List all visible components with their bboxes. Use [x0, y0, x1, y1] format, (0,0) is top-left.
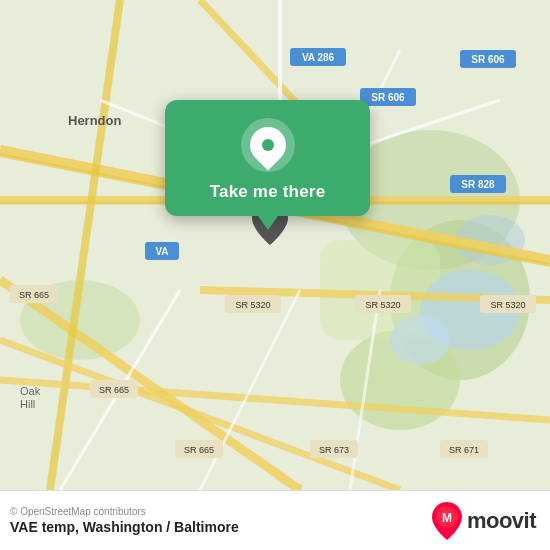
svg-text:VA 286: VA 286: [302, 52, 335, 63]
svg-text:SR 671: SR 671: [449, 445, 479, 455]
svg-text:SR 673: SR 673: [319, 445, 349, 455]
map-container: VA 286 SR 606 SR 606 SR 828 VA SR 665 SR…: [0, 0, 550, 490]
map-background: VA 286 SR 606 SR 606 SR 828 VA SR 665 SR…: [0, 0, 550, 490]
bottom-left-info: © OpenStreetMap contributors VAE temp, W…: [10, 506, 239, 535]
svg-text:Hill: Hill: [20, 398, 35, 410]
osm-attribution: © OpenStreetMap contributors: [10, 506, 239, 517]
svg-text:VA: VA: [155, 246, 168, 257]
pin-dot: [262, 139, 274, 151]
svg-text:SR 606: SR 606: [471, 54, 505, 65]
moovit-brand-text: moovit: [467, 508, 536, 534]
location-pin-icon: [242, 120, 293, 171]
svg-text:SR 665: SR 665: [19, 290, 49, 300]
svg-text:SR 665: SR 665: [99, 385, 129, 395]
svg-text:SR 5320: SR 5320: [235, 300, 270, 310]
svg-text:SR 5320: SR 5320: [490, 300, 525, 310]
svg-text:SR 606: SR 606: [371, 92, 405, 103]
location-title: VAE temp, Washington / Baltimore: [10, 519, 239, 535]
svg-text:Herndon: Herndon: [68, 113, 122, 128]
popup-card: Take me there: [165, 100, 370, 216]
svg-text:SR 665: SR 665: [184, 445, 214, 455]
bottom-bar: © OpenStreetMap contributors VAE temp, W…: [0, 490, 550, 550]
svg-point-7: [390, 315, 450, 365]
svg-text:SR 5320: SR 5320: [365, 300, 400, 310]
svg-text:M: M: [442, 511, 452, 525]
moovit-logo-icon: M: [432, 502, 462, 540]
pin-icon-wrapper: [241, 118, 295, 172]
svg-text:Oak: Oak: [20, 385, 41, 397]
svg-text:SR 828: SR 828: [461, 179, 495, 190]
moovit-logo: M moovit: [432, 502, 536, 540]
take-me-there-button[interactable]: Take me there: [210, 182, 326, 202]
